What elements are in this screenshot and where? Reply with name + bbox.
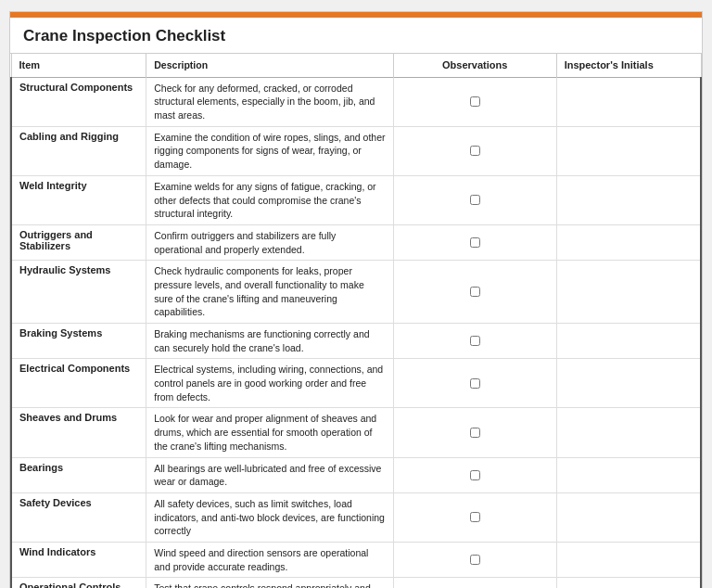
checklist-checkbox[interactable] (470, 512, 480, 522)
row-observations[interactable] (393, 492, 556, 542)
row-observations[interactable] (393, 359, 556, 408)
row-initials (556, 359, 701, 408)
checklist-checkbox[interactable] (470, 195, 480, 205)
checklist-checkbox[interactable] (470, 336, 480, 346)
row-description: Check hydraulic components for leaks, pr… (146, 261, 393, 324)
col-header-description: Description (146, 54, 393, 77)
row-description: Confirm outriggers and stabilizers are f… (146, 224, 393, 260)
row-initials (556, 324, 701, 359)
table-row: Electrical ComponentsElectrical systems,… (11, 359, 701, 408)
row-observations[interactable] (393, 261, 556, 324)
row-item: Electrical Components (11, 359, 146, 408)
table-row: Sheaves and DrumsLook for wear and prope… (11, 408, 701, 457)
table-row: Weld IntegrityExamine welds for any sign… (11, 175, 701, 224)
row-item: Wind Indicators (11, 542, 146, 577)
row-initials (556, 492, 701, 542)
checklist-checkbox[interactable] (470, 96, 480, 107)
checklist-checkbox[interactable] (470, 378, 480, 389)
title-area: Crane Inspection Checklist (10, 18, 702, 54)
row-initials (556, 77, 701, 126)
row-description: Wind speed and direction sensors are ope… (146, 542, 393, 577)
row-item: Outriggers and Stabilizers (11, 224, 146, 260)
row-description: Examine the condition of wire ropes, sli… (146, 126, 393, 175)
row-initials (556, 408, 701, 457)
row-item: Sheaves and Drums (11, 408, 146, 457)
checklist-table: Item Description Observations Inspector'… (10, 54, 702, 588)
row-description: Check for any deformed, cracked, or corr… (146, 77, 393, 126)
table-body: Structural ComponentsCheck for any defor… (11, 77, 701, 588)
table-row: Hydraulic SystemsCheck hydraulic compone… (11, 261, 701, 324)
row-description: Look for wear and proper alignment of sh… (146, 408, 393, 457)
checklist-checkbox[interactable] (470, 555, 480, 565)
row-description: All safety devices, such as limit switch… (146, 492, 393, 542)
row-item: Safety Devices (11, 492, 146, 542)
col-header-item: Item (11, 54, 146, 77)
checklist-checkbox[interactable] (470, 470, 480, 480)
table-container: Item Description Observations Inspector'… (10, 54, 702, 588)
col-header-observations: Observations (393, 54, 556, 77)
row-initials (556, 542, 701, 577)
row-item: Hydraulic Systems (11, 261, 146, 324)
row-observations[interactable] (393, 324, 556, 359)
row-item: Cabling and Rigging (11, 126, 146, 175)
table-row: Operational ControlsTest that crane cont… (11, 578, 701, 588)
row-item: Structural Components (11, 77, 146, 126)
table-row: Outriggers and StabilizersConfirm outrig… (11, 224, 701, 260)
row-item: Operational Controls (11, 578, 146, 588)
row-observations[interactable] (393, 408, 556, 457)
table-row: Wind IndicatorsWind speed and direction … (11, 542, 701, 577)
checklist-checkbox[interactable] (470, 428, 480, 438)
row-item: Bearings (11, 457, 146, 492)
row-initials (556, 224, 701, 260)
row-item: Weld Integrity (11, 175, 146, 224)
row-initials (556, 578, 701, 588)
row-description: Test that crane controls respond appropr… (146, 578, 393, 588)
row-initials (556, 457, 701, 492)
row-description: Electrical systems, including wiring, co… (146, 359, 393, 408)
col-header-initials: Inspector's Initials (556, 54, 701, 77)
row-description: All bearings are well-lubricated and fre… (146, 457, 393, 492)
row-description: Examine welds for any signs of fatigue, … (146, 175, 393, 224)
row-observations[interactable] (393, 578, 556, 588)
table-header-row: Item Description Observations Inspector'… (11, 54, 701, 77)
page-title: Crane Inspection Checklist (23, 27, 689, 45)
checklist-checkbox[interactable] (470, 287, 480, 297)
row-item: Braking Systems (11, 324, 146, 359)
table-row: Cabling and RiggingExamine the condition… (11, 126, 701, 175)
row-observations[interactable] (393, 77, 556, 126)
row-observations[interactable] (393, 126, 556, 175)
row-initials (556, 126, 701, 175)
row-observations[interactable] (393, 224, 556, 260)
checklist-checkbox[interactable] (470, 146, 480, 156)
row-initials (556, 261, 701, 324)
row-observations[interactable] (393, 542, 556, 577)
table-row: BearingsAll bearings are well-lubricated… (11, 457, 701, 492)
checklist-checkbox[interactable] (470, 237, 480, 248)
table-row: Structural ComponentsCheck for any defor… (11, 77, 701, 126)
row-initials (556, 175, 701, 224)
table-row: Braking SystemsBraking mechanisms are fu… (11, 324, 701, 359)
row-observations[interactable] (393, 457, 556, 492)
row-description: Braking mechanisms are functioning corre… (146, 324, 393, 359)
row-observations[interactable] (393, 175, 556, 224)
table-row: Safety DevicesAll safety devices, such a… (11, 492, 701, 542)
page-wrapper: Crane Inspection Checklist Item Descript… (9, 11, 703, 588)
